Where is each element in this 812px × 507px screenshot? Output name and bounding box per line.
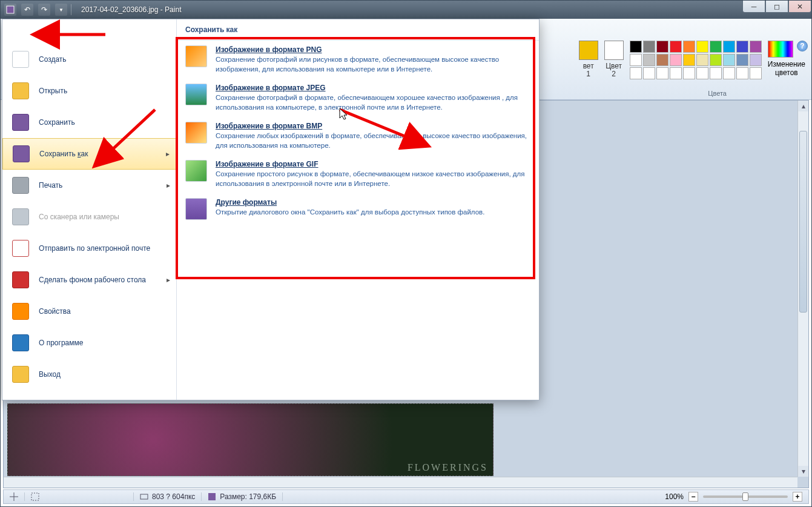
close-button[interactable]: ✕ [788, 1, 811, 13]
scroll-up-arrow-icon[interactable]: ▴ [798, 101, 808, 111]
file-menu-item-8[interactable]: Свойства [2, 296, 176, 327]
maximize-button[interactable]: ◻ [765, 1, 788, 13]
zoom-slider-knob[interactable] [742, 492, 748, 501]
file-menu-item-icon [11, 176, 30, 195]
zoom-out-button[interactable]: − [688, 492, 698, 502]
file-menu-item-7[interactable]: Сделать фоном рабочего стола [2, 264, 176, 296]
palette-color-2-8[interactable] [736, 67, 748, 79]
colors-group-label: Цвета [708, 90, 727, 97]
horizontal-scrollbar[interactable] [4, 477, 797, 488]
file-menu: СоздатьОткрытьСохранитьСохранить какПеча… [2, 19, 540, 400]
window-title: 2017-04-02_203606.jpg - Paint [81, 5, 181, 14]
palette-color-2-0[interactable] [630, 67, 642, 79]
palette-color-0-3[interactable] [670, 41, 682, 53]
selection-icon [31, 492, 39, 501]
palette-color-1-5[interactable] [696, 54, 708, 66]
file-menu-item-6[interactable]: Отправить по электронной почте [2, 233, 176, 264]
saveas-option-title: Изображение в формате GIF [216, 160, 530, 168]
saveas-option-3[interactable]: Изображение в формате GIFСохранение прос… [177, 155, 539, 193]
qat-undo-icon[interactable]: ↶ [21, 4, 33, 16]
zoom-slider[interactable] [703, 495, 788, 498]
statusbar-selection [25, 492, 134, 501]
zoom-in-button[interactable]: + [793, 492, 802, 502]
palette-color-2-7[interactable] [723, 67, 735, 79]
palette-color-0-5[interactable] [696, 41, 708, 53]
palette-color-2-2[interactable] [656, 67, 668, 79]
vertical-scrollbar[interactable]: ▴ ▾ [797, 101, 808, 477]
file-menu-item-icon [12, 144, 31, 164]
saveas-option-2[interactable]: Изображение в формате BMPСохранение любы… [177, 117, 539, 155]
file-menu-item-icon [11, 302, 30, 321]
palette-color-1-2[interactable] [656, 54, 668, 66]
minimize-button[interactable]: ─ [742, 1, 765, 13]
palette-color-2-3[interactable] [670, 67, 682, 79]
palette-color-2-5[interactable] [696, 67, 708, 79]
file-menu-item-0[interactable]: Создать [2, 44, 176, 75]
rainbow-icon [768, 41, 793, 58]
file-menu-left-column: СоздатьОткрытьСохранитьСохранить какПеча… [2, 19, 176, 400]
palette-color-1-0[interactable] [630, 54, 642, 66]
palette-color-1-1[interactable] [643, 54, 655, 66]
disk-icon [208, 492, 216, 501]
palette-color-0-2[interactable] [656, 41, 668, 53]
file-menu-item-label: Открыть [39, 87, 67, 95]
palette-color-1-4[interactable] [683, 54, 695, 66]
saveas-option-0[interactable]: Изображение в формате PNGСохранение фото… [177, 41, 539, 79]
color1-label: вет1 [579, 62, 598, 78]
palette-color-0-4[interactable] [683, 41, 695, 53]
file-menu-item-5: Со сканера или камеры [2, 201, 176, 233]
palette-color-0-8[interactable] [736, 41, 748, 53]
file-menu-item-9[interactable]: О программе [2, 327, 176, 359]
file-menu-item-icon [11, 81, 30, 101]
edit-colors-button[interactable]: Изменениецветов [768, 41, 805, 77]
quick-access-toolbar: ↶ ↷ ▼ [4, 4, 67, 16]
qat-redo-icon[interactable]: ↷ [38, 4, 50, 16]
saveas-option-1[interactable]: Изображение в формате JPEGСохранение фот… [177, 79, 539, 117]
saveas-option-desc: Сохранение фотографий в формате, обеспеч… [216, 93, 530, 112]
file-menu-item-label: Отправить по электронной почте [39, 244, 150, 253]
canvas-image[interactable]: FLOWERINGS [7, 403, 493, 476]
saveas-option-desc: Сохранение простого рисунок в формате, о… [216, 170, 530, 188]
scroll-down-arrow-icon[interactable]: ▾ [798, 466, 808, 477]
palette-color-1-6[interactable] [710, 54, 722, 66]
palette-color-1-9[interactable] [750, 54, 762, 66]
saveas-option-4[interactable]: Другие форматыОткрытие диалогового окна … [177, 193, 539, 225]
palette-color-0-7[interactable] [723, 41, 735, 53]
file-menu-item-4[interactable]: Печать [2, 170, 176, 201]
palette-color-1-7[interactable] [723, 54, 735, 66]
palette-color-2-9[interactable] [750, 67, 762, 79]
statusbar-cursor-pos [4, 492, 25, 501]
file-menu-item-3[interactable]: Сохранить как [2, 138, 176, 170]
palette-color-0-9[interactable] [750, 41, 762, 53]
color2-label: Цвет2 [604, 62, 624, 78]
file-menu-item-10[interactable]: Выход [2, 359, 176, 390]
palette-color-2-6[interactable] [710, 67, 722, 79]
color-palette [630, 41, 762, 79]
statusbar-filesize: Размер: 179,6КБ [202, 492, 283, 501]
palette-color-1-3[interactable] [670, 54, 682, 66]
file-menu-item-1[interactable]: Открыть [2, 75, 176, 107]
palette-color-0-6[interactable] [710, 41, 722, 53]
saveas-option-title: Другие форматы [216, 198, 484, 207]
paint-window: ↶ ↷ ▼ 2017-04-02_203606.jpg - Paint ─ ◻ … [0, 0, 812, 507]
statusbar: 803 ? 604пкс Размер: 179,6КБ 100% − + [3, 489, 809, 504]
palette-color-2-1[interactable] [643, 67, 655, 79]
file-menu-item-icon [11, 113, 30, 132]
zoom-value: 100% [665, 492, 684, 501]
file-menu-item-label: Сделать фоном рабочего стола [39, 276, 146, 284]
palette-color-2-4[interactable] [683, 67, 695, 79]
palette-color-0-1[interactable] [643, 41, 655, 53]
scroll-thumb[interactable] [799, 131, 807, 313]
qat-save-icon[interactable] [4, 4, 16, 16]
file-menu-saveas-submenu: Сохранить как Изображение в формате PNGС… [176, 19, 539, 400]
svg-rect-3 [31, 493, 39, 500]
color2-block[interactable]: Цвет2 [604, 41, 624, 78]
file-menu-item-icon [11, 270, 30, 290]
saveas-option-desc: Сохранение фотографий или рисунков в фор… [216, 55, 530, 74]
palette-color-1-8[interactable] [736, 54, 748, 66]
palette-color-0-0[interactable] [630, 41, 642, 53]
file-menu-item-2[interactable]: Сохранить [2, 107, 176, 138]
color1-block[interactable]: вет1 [579, 41, 598, 78]
colors-group: вет1 Цвет2 Изменениецветов [579, 41, 805, 79]
qat-dropdown-icon[interactable]: ▼ [55, 4, 67, 16]
